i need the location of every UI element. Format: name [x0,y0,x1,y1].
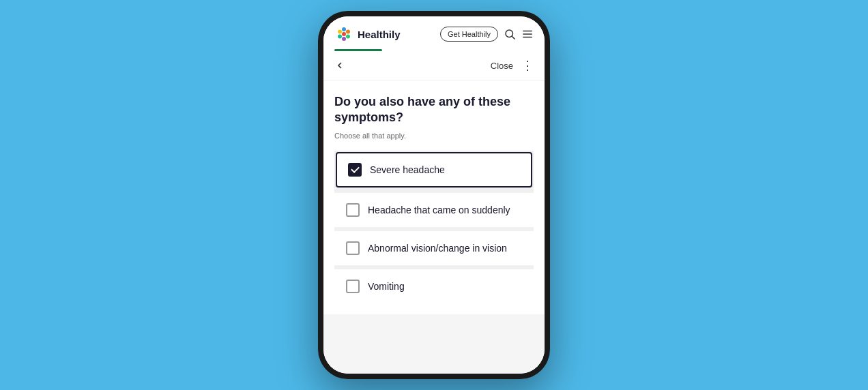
sub-nav-right: Close ⋮ [491,58,534,73]
svg-point-5 [338,35,342,39]
svg-line-8 [512,36,515,39]
get-healthily-button[interactable]: Get Healthily [440,27,498,42]
nav-bar: Healthily Get Healthily [323,16,545,44]
svg-point-1 [342,27,346,31]
healthily-logo-icon [334,25,353,44]
checkbox-item-severe-headache[interactable]: Severe headache [336,152,532,188]
nav-right: Get Healthily [440,27,534,42]
back-button[interactable] [334,60,345,71]
svg-point-3 [346,35,350,39]
svg-point-0 [342,32,346,36]
phone-frame: Healthily Get Healthily [318,11,550,379]
content-area: Close ⋮ Do you also have any of these sy… [323,51,545,374]
svg-point-6 [338,30,342,34]
sub-nav: Close ⋮ [323,51,545,80]
choose-all-label: Choose all that apply. [334,132,534,140]
logo-text: Healthily [358,29,401,40]
back-arrow-icon [334,60,345,71]
close-button[interactable]: Close [491,61,513,71]
svg-point-7 [506,30,513,38]
checkbox-abnormal-vision[interactable] [346,241,360,255]
logo-area: Healthily [334,25,401,44]
checkbox-label-sudden-headache: Headache that came on suddenly [368,205,510,215]
more-options-icon[interactable]: ⋮ [521,58,534,73]
checkbox-item-vomiting[interactable]: Vomiting [334,269,534,303]
svg-point-4 [342,37,346,41]
checkbox-item-abnormal-vision[interactable]: Abnormal vision/change in vision [334,231,534,265]
phone-screen: Healthily Get Healthily [323,16,545,374]
svg-point-2 [346,30,350,34]
checkbox-label-abnormal-vision: Abnormal vision/change in vision [368,243,507,254]
menu-icon[interactable] [521,28,534,40]
checkbox-item-sudden-headache[interactable]: Headache that came on suddenly [334,193,534,227]
search-icon[interactable] [504,28,516,40]
checkbox-sudden-headache[interactable] [346,203,360,217]
checkbox-label-severe-headache: Severe headache [370,164,445,175]
checkbox-vomiting[interactable] [346,280,360,293]
question-title: Do you also have any of these symptoms? [334,94,534,126]
checkbox-severe-headache[interactable] [348,163,362,177]
phone-device: Healthily Get Healthily [318,11,550,379]
checkbox-list: Severe headache Headache that came on su… [334,151,534,303]
question-area: Do you also have any of these symptoms? … [323,80,545,314]
checkbox-label-vomiting: Vomiting [368,281,405,292]
